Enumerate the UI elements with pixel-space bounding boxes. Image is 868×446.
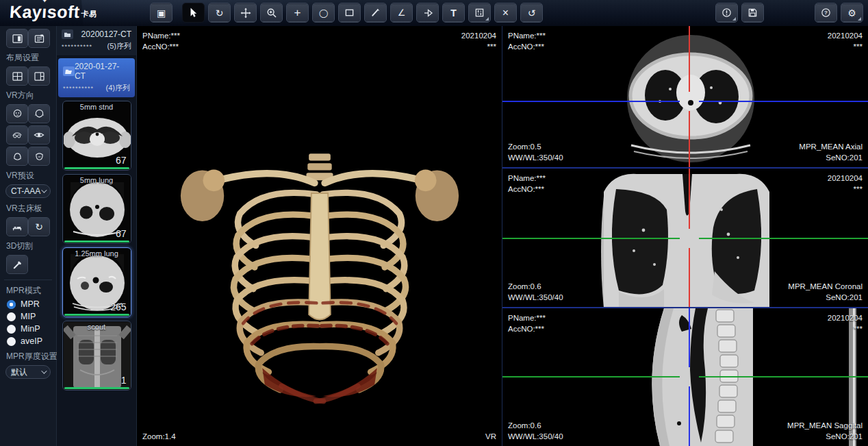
- mpr-sagittal-image: [502, 308, 868, 446]
- layout-1x2-icon: [34, 72, 44, 81]
- cut-3d-label: 3D切割: [6, 240, 56, 252]
- ellipse-button[interactable]: ◯: [313, 3, 334, 22]
- mpr-axial-viewport[interactable]: PName:***AccNO:*** 20210204*** Zoom:0.5W…: [502, 26, 868, 169]
- ellipse-icon: ◯: [319, 9, 328, 17]
- vr-preset-select[interactable]: CT-AAA: [5, 184, 51, 198]
- viewport-layout-button[interactable]: ▣: [151, 3, 172, 22]
- remove-bed-button[interactable]: [7, 218, 27, 236]
- layout-1x2-button[interactable]: [29, 67, 49, 85]
- angle-button[interactable]: ∠: [391, 3, 412, 22]
- layout-single-icon: [12, 34, 23, 43]
- vr-bed-label: VR去床板: [6, 203, 56, 214]
- progress-bar: [64, 314, 129, 316]
- layout-single-button[interactable]: [7, 29, 27, 47]
- restore-bed-icon: ↻: [35, 222, 43, 232]
- vr-modality-label: VR: [485, 431, 496, 442]
- vr-right-button[interactable]: [29, 126, 49, 144]
- save-button[interactable]: [742, 3, 763, 22]
- cobb-angle-button[interactable]: [417, 3, 438, 22]
- layout-report-icon: [34, 34, 44, 43]
- svg-text:?: ?: [824, 10, 828, 16]
- vr-ribcage-render: [179, 107, 460, 429]
- progress-bar: [64, 167, 129, 169]
- radio-mip[interactable]: MIP: [7, 312, 56, 321]
- radio-minp-dot: [7, 325, 16, 334]
- vr-viewport[interactable]: PName:***AccNO:*** 20210204*** Zoom:1.4 …: [137, 26, 502, 446]
- rotate-3d-icon: ↻: [216, 8, 224, 18]
- vr-head-bottom-icon: [34, 151, 44, 162]
- logo-text: Kay: [9, 2, 42, 21]
- report-icon: [722, 8, 732, 18]
- mpr-coronal-image: [502, 169, 868, 308]
- topbar: Kayı✦soft卡易 ▣ ↻ + ◯ ∠: [0, 0, 868, 26]
- study-item-2-selected[interactable]: 2020-01-27-CT ********** (4)序列: [58, 58, 135, 97]
- vr-zoom-label: Zoom:1.4: [142, 431, 176, 442]
- window-level-button[interactable]: [469, 3, 490, 22]
- settings-button[interactable]: ⚙: [841, 3, 863, 22]
- pan-button[interactable]: [235, 3, 256, 22]
- pan-icon: [240, 8, 251, 18]
- chevron-down-icon: [41, 368, 47, 373]
- text-icon: T: [450, 8, 457, 18]
- mpr-axial-image: [502, 26, 868, 169]
- angle-icon: ∠: [398, 8, 406, 17]
- pointer-icon: [188, 8, 199, 18]
- toolbar-system: ? ⚙: [815, 3, 863, 22]
- restore-bed-button[interactable]: ↻: [29, 218, 49, 236]
- mpr-mode-label: MPR模式: [6, 285, 56, 297]
- vr-left-button[interactable]: [7, 126, 27, 144]
- thumbnail-5mm-lung[interactable]: 5mm lung 67: [62, 174, 131, 244]
- radio-aveip-dot: [7, 337, 16, 346]
- text-button[interactable]: T: [443, 3, 464, 22]
- rotate-3d-button[interactable]: ↻: [209, 3, 230, 22]
- length-button[interactable]: [365, 3, 386, 22]
- cobb-angle-icon: [422, 8, 433, 18]
- vr-feet-button[interactable]: [29, 147, 49, 165]
- vr-direction-label: VR方向: [6, 90, 56, 101]
- delete-icon: ×: [502, 8, 509, 18]
- vr-anterior-button[interactable]: [7, 105, 27, 123]
- layout-report-button[interactable]: [29, 29, 49, 47]
- help-icon: ?: [821, 8, 831, 18]
- mpr-sagittal-viewport[interactable]: PName:***AccNO:*** 20210204*** Zoom:0.6W…: [502, 308, 868, 446]
- vr-preset-value: CT-AAA: [11, 186, 40, 196]
- thumbnail-scout[interactable]: scout 1: [62, 321, 131, 391]
- report-button[interactable]: [716, 3, 737, 22]
- crosshair-button[interactable]: +: [287, 3, 308, 22]
- zoom-in-button[interactable]: [261, 3, 282, 22]
- vr-patient-info: PName:***AccNO:***: [142, 30, 180, 52]
- rectangle-button[interactable]: [339, 3, 360, 22]
- app-root: Kayı✦soft卡易 ▣ ↻ + ◯ ∠: [0, 0, 868, 446]
- reset-button[interactable]: ↺: [521, 3, 542, 22]
- zoom-in-icon: [266, 8, 277, 18]
- rectangle-icon: [344, 8, 355, 18]
- vr-head-button[interactable]: [7, 147, 27, 165]
- app-logo: Kayı✦soft卡易: [9, 2, 98, 22]
- folder-open-icon: [63, 66, 75, 76]
- folder-icon: [62, 29, 73, 39]
- mpr-thickness-select[interactable]: 默认: [5, 365, 51, 379]
- vr-right-eye-icon: [34, 131, 44, 139]
- help-button[interactable]: ?: [815, 3, 837, 22]
- radio-mpr[interactable]: MPR: [7, 299, 56, 309]
- study-item-1[interactable]: 20200127-CT ********** (5)序列: [57, 26, 136, 56]
- thumbnail-5mm-stnd[interactable]: 5mm stnd 67: [62, 101, 131, 171]
- progress-bar: [64, 240, 129, 243]
- thumbnail-1-25mm-lung-selected[interactable]: 1.25mm lung 265: [62, 247, 131, 317]
- bed-icon: [12, 222, 23, 232]
- crosshair-icon: +: [294, 7, 301, 18]
- delete-button[interactable]: ×: [495, 3, 516, 22]
- progress-bar: [64, 387, 129, 389]
- mpr-thickness-label: MPR厚度设置: [6, 351, 56, 362]
- pointer-button[interactable]: [183, 3, 204, 22]
- sidebar-divider: [4, 280, 52, 280]
- scalpel-button[interactable]: [7, 256, 27, 273]
- layout-2x2-button[interactable]: [7, 67, 27, 85]
- vr-posterior-button[interactable]: [29, 105, 49, 123]
- vr-study-date: 20210204***: [461, 30, 496, 52]
- layout-section-label: 布局设置: [6, 52, 56, 64]
- radio-minp[interactable]: MinP: [7, 324, 56, 334]
- radio-aveip[interactable]: aveIP: [7, 336, 56, 346]
- vr-left-head-icon: [12, 131, 23, 140]
- mpr-coronal-viewport[interactable]: PName:***AccNO:*** 20210204*** Zoom:0.6W…: [502, 169, 868, 308]
